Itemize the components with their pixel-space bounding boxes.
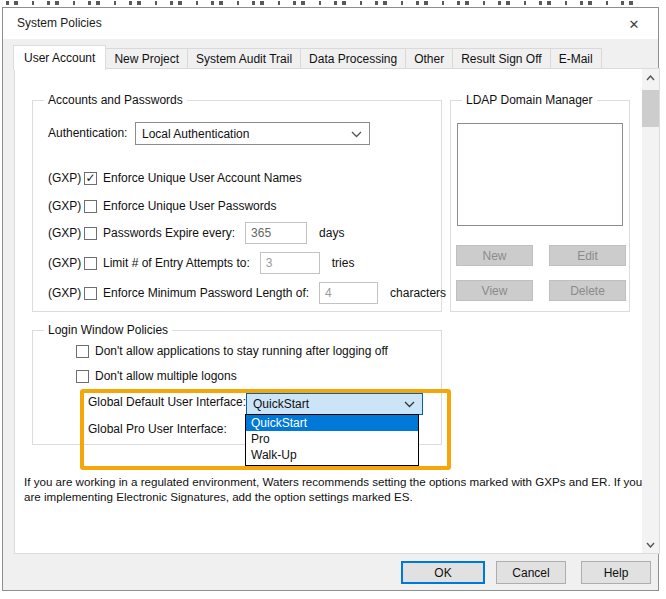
policy-row-limit-attempts: (GXP) Limit # of Entry Attempts to: 3 tr… [48, 252, 354, 274]
chevron-down-icon [404, 401, 415, 408]
policy-label: Enforce Unique User Passwords [103, 199, 276, 213]
tab-other[interactable]: Other [405, 48, 453, 69]
policy-row-min-password-length: (GXP) Enforce Minimum Password Length of… [48, 282, 446, 304]
authentication-value: Local Authentication [142, 127, 249, 141]
system-policies-dialog: System Policies ✕ User Account New Proje… [2, 7, 659, 591]
ok-button[interactable]: OK [401, 561, 485, 584]
tab-new-project[interactable]: New Project [105, 48, 188, 69]
attempts-input[interactable]: 3 [260, 252, 320, 274]
policy-label: Enforce Unique User Account Names [103, 171, 302, 185]
authentication-label: Authentication: [48, 126, 127, 140]
gxp-prefix: (GXP) [48, 171, 84, 185]
checkbox-no-multiple-logons[interactable] [76, 370, 89, 383]
chevron-down-icon [351, 131, 362, 138]
checkbox-limit-entry-attempts[interactable] [84, 257, 97, 270]
title-bar: System Policies ✕ [3, 8, 658, 39]
policy-row-unique-passwords: (GXP) Enforce Unique User Passwords [48, 195, 276, 217]
tab-system-audit-trail[interactable]: System Audit Trail [187, 48, 301, 69]
dropdown-option-walk-up[interactable]: Walk-Up [246, 447, 418, 463]
tab-strip: User Account New Project System Audit Tr… [14, 44, 602, 69]
dropdown-option-quickstart[interactable]: QuickStart [246, 415, 418, 431]
policy-label: Passwords Expire every: [103, 226, 235, 240]
accounts-and-passwords-group: Accounts and Passwords Authentication: L… [32, 100, 442, 312]
dropdown-option-pro[interactable]: Pro [246, 431, 418, 447]
info-line-2: are implementing Electronic Signatures, … [24, 489, 642, 504]
policy-row-unique-account-names: (GXP) ✓ Enforce Unique User Account Name… [48, 167, 302, 189]
policy-row-passwords-expire: (GXP) Passwords Expire every: 365 days [48, 222, 344, 244]
gxp-prefix: (GXP) [48, 286, 84, 300]
ldap-domain-listbox[interactable] [457, 123, 623, 226]
gxp-prefix: (GXP) [48, 256, 84, 270]
checkbox-enforce-unique-passwords[interactable] [84, 200, 97, 213]
global-default-ui-combobox[interactable]: QuickStart [246, 393, 423, 415]
delete-button[interactable]: Delete [549, 280, 626, 301]
ui-dropdown-list: QuickStart Pro Walk-Up [245, 414, 419, 466]
new-button[interactable]: New [456, 245, 533, 266]
gxp-prefix: (GXP) [48, 199, 84, 213]
background-window-clipped-text [6, 1, 646, 5]
checkbox-min-password-length[interactable] [84, 287, 97, 300]
policy-row-no-multiple-logons: Don't allow multiple logons [76, 369, 237, 383]
info-line-1: If you are working in a regulated enviro… [24, 474, 642, 489]
scroll-up-button[interactable] [642, 69, 659, 86]
vertical-scrollbar[interactable] [642, 69, 659, 553]
scroll-down-icon [646, 542, 655, 548]
policy-label: Don't allow applications to stay running… [95, 344, 388, 358]
unit-label: days [319, 226, 344, 240]
dialog-title: System Policies [17, 8, 102, 39]
view-button[interactable]: View [456, 280, 533, 301]
checkbox-no-apps-after-logoff[interactable] [76, 345, 89, 358]
policy-label: Don't allow multiple logons [95, 369, 237, 383]
tab-e-mail[interactable]: E-Mail [550, 48, 602, 69]
min-length-input[interactable]: 4 [319, 282, 378, 304]
cancel-button[interactable]: Cancel [496, 561, 566, 584]
group-legend: LDAP Domain Manager [462, 93, 597, 107]
policy-label: Limit # of Entry Attempts to: [103, 256, 250, 270]
tab-result-sign-off[interactable]: Result Sign Off [452, 48, 550, 69]
close-icon[interactable]: ✕ [619, 12, 649, 36]
checkbox-passwords-expire[interactable] [84, 227, 97, 240]
group-legend: Accounts and Passwords [44, 93, 187, 107]
unit-label: characters [390, 286, 446, 300]
ldap-domain-manager-group: LDAP Domain Manager New Edit View Delete [450, 100, 630, 312]
scroll-up-icon [646, 75, 655, 81]
global-default-ui-label: Global Default User Interface: [88, 395, 246, 409]
check-icon: ✓ [85, 172, 95, 184]
global-pro-ui-label: Global Pro User Interface: [88, 422, 227, 436]
tab-data-processing[interactable]: Data Processing [300, 48, 406, 69]
scrollbar-thumb[interactable] [642, 90, 659, 127]
tab-user-account[interactable]: User Account [13, 45, 106, 70]
global-default-ui-value: QuickStart [253, 397, 309, 411]
user-account-tab-page: Accounts and Passwords Authentication: L… [14, 68, 660, 554]
policy-label: Enforce Minimum Password Length of: [103, 286, 309, 300]
expire-days-input[interactable]: 365 [245, 222, 307, 244]
help-button[interactable]: Help [581, 561, 651, 584]
regulatory-info-text: If you are working in a regulated enviro… [24, 474, 642, 504]
group-legend: Login Window Policies [44, 323, 172, 337]
unit-label: tries [332, 256, 355, 270]
gxp-prefix: (GXP) [48, 226, 84, 240]
checkbox-enforce-unique-account-names[interactable]: ✓ [84, 172, 97, 185]
authentication-combobox[interactable]: Local Authentication [135, 122, 370, 145]
scroll-down-button[interactable] [642, 536, 659, 553]
policy-row-no-stay-running: Don't allow applications to stay running… [76, 344, 388, 358]
edit-button[interactable]: Edit [549, 245, 626, 266]
